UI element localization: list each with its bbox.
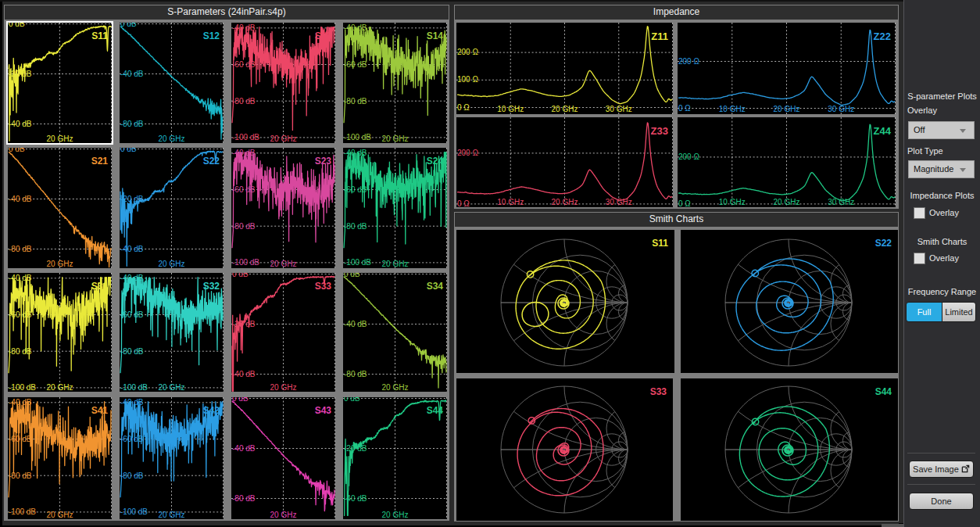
svg-text:S32: S32 — [203, 281, 220, 292]
svg-text:30 GHz: 30 GHz — [606, 198, 632, 206]
svg-text:20 GHz: 20 GHz — [382, 260, 409, 268]
svg-text:-100 dB: -100 dB — [344, 258, 371, 267]
svg-text:20 GHz: 20 GHz — [270, 511, 297, 519]
svg-text:-40 dB: -40 dB — [344, 320, 367, 328]
svg-text:-80 dB: -80 dB — [232, 222, 256, 231]
svg-text:-80 dB: -80 dB — [232, 97, 256, 106]
svg-text:-100 dB: -100 dB — [232, 258, 259, 267]
svg-text:20 GHz: 20 GHz — [159, 134, 185, 143]
svg-text:S42: S42 — [203, 405, 220, 416]
svg-text:20 GHz: 20 GHz — [774, 105, 800, 113]
svg-text:20 GHz: 20 GHz — [382, 134, 409, 143]
svg-text:-60 dB: -60 dB — [232, 185, 256, 194]
svg-text:S14: S14 — [427, 30, 444, 41]
svg-text:20 GHz: 20 GHz — [47, 134, 73, 143]
svg-text:20 GHz: 20 GHz — [552, 105, 578, 113]
svg-text:20 GHz: 20 GHz — [159, 383, 185, 392]
svg-text:20 GHz: 20 GHz — [552, 198, 578, 206]
svg-text:20 GHz: 20 GHz — [47, 511, 73, 519]
svg-text:S34: S34 — [427, 281, 444, 292]
svg-text:-60 dB: -60 dB — [9, 435, 32, 443]
svg-text:S33: S33 — [650, 386, 667, 397]
svg-text:-40 dB: -40 dB — [232, 370, 256, 378]
svg-text:0 dB: 0 dB — [344, 397, 360, 403]
svg-text:-100 dB: -100 dB — [9, 383, 36, 392]
svg-text:-20 dB: -20 dB — [9, 70, 32, 78]
svg-text:S23: S23 — [315, 156, 332, 167]
svg-text:10 GHz: 10 GHz — [497, 105, 524, 113]
svg-text:-40 dB: -40 dB — [9, 398, 32, 407]
svg-text:-40 dB: -40 dB — [232, 149, 256, 157]
svg-text:20 GHz: 20 GHz — [159, 260, 185, 268]
svg-text:S24: S24 — [427, 156, 444, 167]
svg-text:S44: S44 — [427, 405, 444, 416]
svg-text:0 dB: 0 dB — [232, 273, 249, 278]
svg-text:-40 dB: -40 dB — [120, 70, 144, 78]
svg-text:-100 dB: -100 dB — [232, 133, 259, 142]
svg-text:-60 dB: -60 dB — [120, 310, 144, 319]
svg-text:-60 dB: -60 dB — [9, 310, 32, 319]
svg-text:S31: S31 — [91, 281, 109, 292]
svg-text:-60 dB: -60 dB — [120, 435, 144, 443]
svg-text:0 dB: 0 dB — [9, 148, 25, 153]
svg-text:S13: S13 — [315, 30, 332, 41]
svg-text:-40 dB: -40 dB — [344, 494, 367, 503]
svg-text:-60 dB: -60 dB — [344, 60, 367, 69]
svg-text:Z33: Z33 — [651, 125, 668, 137]
svg-text:-100 dB: -100 dB — [120, 507, 148, 516]
svg-text:20 GHz: 20 GHz — [47, 260, 73, 268]
svg-text:-40 dB: -40 dB — [344, 149, 367, 157]
svg-text:-40 dB: -40 dB — [120, 398, 144, 407]
svg-text:-80 dB: -80 dB — [344, 222, 367, 231]
svg-text:S12: S12 — [203, 30, 220, 41]
svg-text:-100 dB: -100 dB — [120, 383, 148, 392]
svg-text:20 GHz: 20 GHz — [159, 511, 185, 519]
svg-text:10 GHz: 10 GHz — [719, 198, 746, 206]
svg-text:0 dB: 0 dB — [120, 23, 137, 28]
svg-text:100 Ω: 100 Ω — [457, 75, 478, 84]
svg-text:Z44: Z44 — [874, 125, 892, 137]
svg-text:-40 dB: -40 dB — [9, 120, 32, 128]
svg-text:-20 dB: -20 dB — [344, 444, 367, 453]
svg-text:0 Ω: 0 Ω — [678, 199, 691, 207]
svg-text:S41: S41 — [91, 405, 109, 416]
svg-text:200 Ω: 200 Ω — [457, 48, 478, 56]
svg-text:-60 dB: -60 dB — [344, 185, 367, 194]
svg-text:-60 dB: -60 dB — [232, 60, 256, 69]
svg-text:-80 dB: -80 dB — [9, 347, 32, 356]
svg-text:S33: S33 — [315, 281, 332, 292]
svg-text:20 GHz: 20 GHz — [382, 383, 409, 392]
svg-text:10 GHz: 10 GHz — [497, 198, 524, 206]
svg-text:S21: S21 — [91, 156, 109, 167]
svg-text:S11: S11 — [91, 30, 108, 41]
svg-text:-40 dB: -40 dB — [9, 195, 32, 203]
svg-text:30 GHz: 30 GHz — [828, 198, 854, 206]
svg-text:S43: S43 — [315, 405, 332, 416]
svg-text:200 Ω: 200 Ω — [678, 57, 699, 66]
svg-text:20 GHz: 20 GHz — [774, 198, 800, 206]
svg-text:20 GHz: 20 GHz — [47, 383, 73, 392]
svg-text:-40 dB: -40 dB — [9, 274, 32, 282]
svg-text:-100 dB: -100 dB — [9, 507, 36, 516]
svg-text:Z22: Z22 — [874, 30, 891, 42]
svg-text:-80 dB: -80 dB — [120, 120, 144, 128]
svg-text:Z11: Z11 — [651, 30, 668, 42]
svg-text:-80 dB: -80 dB — [120, 347, 144, 356]
svg-text:S44: S44 — [875, 386, 892, 397]
svg-text:0 dB: 0 dB — [344, 273, 360, 278]
svg-text:-40 dB: -40 dB — [232, 23, 256, 32]
svg-text:S11: S11 — [652, 238, 668, 249]
svg-text:-80 dB: -80 dB — [344, 370, 367, 378]
svg-text:-80 dB: -80 dB — [120, 471, 144, 480]
svg-text:0 dB: 0 dB — [232, 397, 249, 403]
svg-text:0 Ω: 0 Ω — [457, 103, 470, 112]
svg-text:0 dB: 0 dB — [9, 23, 25, 28]
svg-text:-40 dB: -40 dB — [344, 23, 367, 32]
svg-text:30 GHz: 30 GHz — [606, 105, 632, 113]
svg-text:30 GHz: 30 GHz — [828, 105, 854, 113]
svg-text:20 GHz: 20 GHz — [270, 134, 297, 143]
svg-text:-80 dB: -80 dB — [9, 471, 32, 480]
svg-text:0 Ω: 0 Ω — [678, 104, 691, 113]
svg-text:200 Ω: 200 Ω — [678, 152, 699, 161]
svg-text:20 GHz: 20 GHz — [270, 260, 297, 268]
